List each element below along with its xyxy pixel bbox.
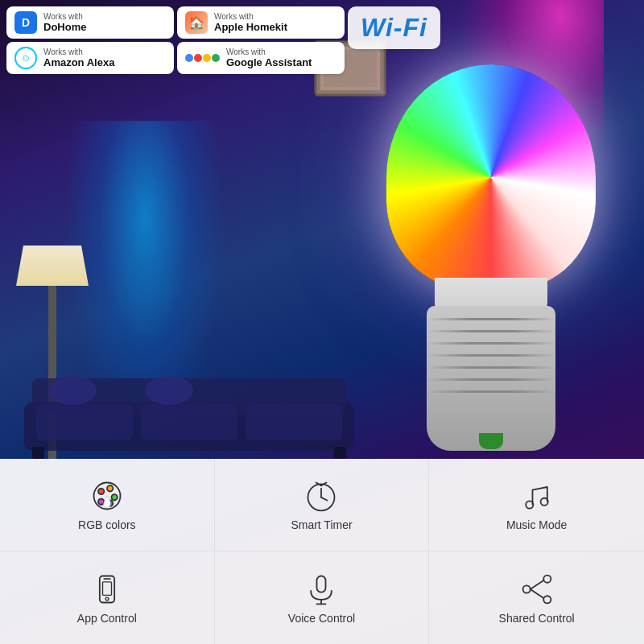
palette-icon: [89, 478, 125, 514]
homekit-works-label: Works with: [214, 12, 287, 21]
feature-voice-control: Voice Control: [215, 551, 430, 644]
dohome-works-label: Works with: [43, 12, 86, 21]
svg-rect-7: [32, 447, 44, 459]
badge-google: Works with Google Assistant: [177, 42, 345, 74]
sofa-silhouette: [8, 362, 370, 459]
phone-icon: [89, 572, 125, 607]
feature-rgb-colors: RGB colors: [0, 459, 215, 551]
smart-bulb: [362, 64, 620, 483]
svg-point-27: [105, 597, 109, 601]
google-icon: [185, 54, 220, 62]
svg-line-35: [530, 580, 543, 589]
badge-homekit: 🏠 Works with Apple Homekit: [177, 6, 345, 39]
svg-rect-2: [36, 404, 133, 440]
svg-rect-8: [334, 447, 346, 459]
svg-rect-28: [102, 581, 111, 595]
svg-rect-4: [246, 404, 342, 440]
music-icon: [519, 478, 555, 514]
svg-point-15: [111, 494, 117, 500]
homekit-name-label: Apple Homekit: [214, 21, 287, 33]
share-icon: [519, 572, 555, 607]
music-mode-label: Music Mode: [506, 518, 567, 531]
shared-control-label: Shared Control: [499, 612, 575, 625]
alexa-icon: ○: [14, 47, 37, 69]
bulb-tip: [479, 433, 503, 449]
google-works-label: Works with: [226, 47, 312, 56]
feature-shared-control: Shared Control: [429, 551, 644, 644]
svg-point-32: [543, 575, 551, 582]
features-panel: RGB colors Smart Timer Music Mode App Co…: [0, 459, 644, 644]
feature-smart-timer: Smart Timer: [215, 459, 430, 551]
dohome-name-label: DoHome: [43, 21, 86, 33]
svg-point-5: [48, 376, 97, 405]
wifi-text: Wi-Fi: [361, 13, 427, 43]
smart-timer-label: Smart Timer: [291, 518, 352, 531]
svg-line-20: [321, 497, 327, 501]
bulb-globe: [386, 64, 596, 290]
svg-point-13: [98, 489, 104, 494]
bulb-base: [427, 306, 555, 451]
svg-point-33: [543, 596, 551, 603]
dohome-icon: D: [14, 11, 37, 34]
rgb-colors-label: RGB colors: [78, 518, 136, 531]
svg-line-36: [530, 589, 543, 598]
app-control-label: App Control: [77, 612, 137, 625]
svg-rect-3: [141, 404, 237, 440]
alexa-name-label: Amazon Alexa: [43, 56, 114, 68]
bulb-neck: [435, 278, 547, 310]
feature-music-mode: Music Mode: [429, 459, 644, 551]
svg-point-6: [145, 376, 193, 405]
google-name-label: Google Assistant: [226, 56, 312, 68]
svg-point-17: [98, 499, 104, 505]
svg-rect-29: [317, 576, 326, 592]
badge-alexa: ○ Works with Amazon Alexa: [6, 42, 174, 74]
svg-point-24: [540, 498, 547, 506]
feature-app-control: App Control: [0, 551, 215, 644]
clock-icon: [303, 478, 339, 514]
alexa-works-label: Works with: [43, 47, 114, 56]
voice-control-label: Voice Control: [288, 612, 355, 625]
lamp-shade: [16, 246, 89, 286]
homekit-icon: 🏠: [185, 11, 208, 34]
svg-point-34: [522, 585, 530, 592]
compatibility-badges: D Works with DoHome 🏠 Works with Apple H…: [6, 6, 345, 74]
svg-rect-25: [100, 576, 114, 602]
mic-icon: [303, 572, 339, 607]
wifi-badge: Wi-Fi: [348, 6, 440, 49]
svg-point-14: [107, 485, 113, 491]
badge-dohome: D Works with DoHome: [6, 6, 174, 39]
